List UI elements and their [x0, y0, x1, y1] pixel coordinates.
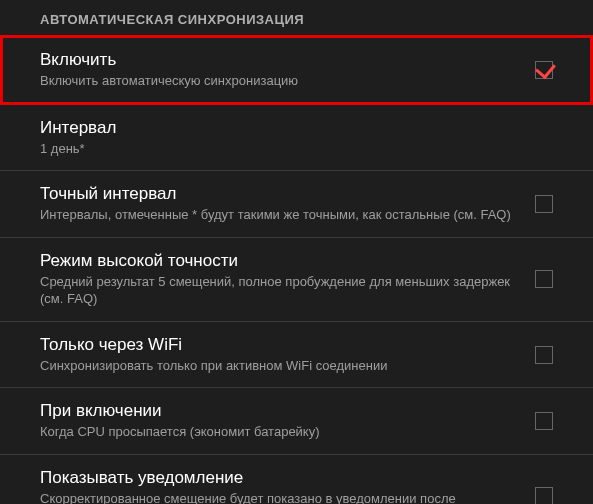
checkbox[interactable]	[535, 195, 553, 213]
setting-title: Показывать уведомление	[40, 468, 515, 488]
setting-item-3[interactable]: Режим высокой точностиСредний результат …	[0, 238, 593, 322]
setting-subtitle: Средний результат 5 смещений, полное про…	[40, 273, 515, 308]
section-header: АВТОМАТИЧЕСКАЯ СИНХРОНИЗАЦИЯ	[0, 0, 593, 35]
setting-title: Только через WiFi	[40, 335, 515, 355]
setting-item-4[interactable]: Только через WiFiСинхронизировать только…	[0, 322, 593, 389]
setting-text: При включенииКогда CPU просыпается (экон…	[40, 401, 535, 441]
setting-subtitle: Когда CPU просыпается (экономит батарейк…	[40, 423, 515, 441]
setting-subtitle: Синхронизировать только при активном WiF…	[40, 357, 515, 375]
setting-title: Интервал	[40, 118, 533, 138]
setting-text: Интервал1 день*	[40, 118, 553, 158]
setting-title: При включении	[40, 401, 515, 421]
setting-subtitle: Интервалы, отмеченные * будут такими же …	[40, 206, 515, 224]
checkbox[interactable]	[535, 412, 553, 430]
setting-text: ВключитьВключить автоматическую синхрони…	[40, 50, 535, 90]
setting-item-2[interactable]: Точный интервалИнтервалы, отмеченные * б…	[0, 171, 593, 238]
setting-text: Показывать уведомлениеСкорректированное …	[40, 468, 535, 504]
setting-title: Точный интервал	[40, 184, 515, 204]
setting-title: Режим высокой точности	[40, 251, 515, 271]
checkbox[interactable]	[535, 61, 553, 79]
setting-title: Включить	[40, 50, 515, 70]
checkbox[interactable]	[535, 346, 553, 364]
setting-text: Только через WiFiСинхронизировать только…	[40, 335, 535, 375]
settings-list: ВключитьВключить автоматическую синхрони…	[0, 35, 593, 504]
setting-item-1[interactable]: Интервал1 день*	[0, 105, 593, 172]
setting-subtitle: Включить автоматическую синхронизацию	[40, 72, 515, 90]
checkbox[interactable]	[535, 487, 553, 504]
setting-subtitle: Скорректированное смещение будет показан…	[40, 490, 515, 504]
setting-subtitle: 1 день*	[40, 140, 533, 158]
checkbox[interactable]	[535, 270, 553, 288]
setting-item-5[interactable]: При включенииКогда CPU просыпается (экон…	[0, 388, 593, 455]
setting-text: Точный интервалИнтервалы, отмеченные * б…	[40, 184, 535, 224]
setting-text: Режим высокой точностиСредний результат …	[40, 251, 535, 308]
setting-item-0[interactable]: ВключитьВключить автоматическую синхрони…	[0, 35, 593, 105]
setting-item-6[interactable]: Показывать уведомлениеСкорректированное …	[0, 455, 593, 504]
